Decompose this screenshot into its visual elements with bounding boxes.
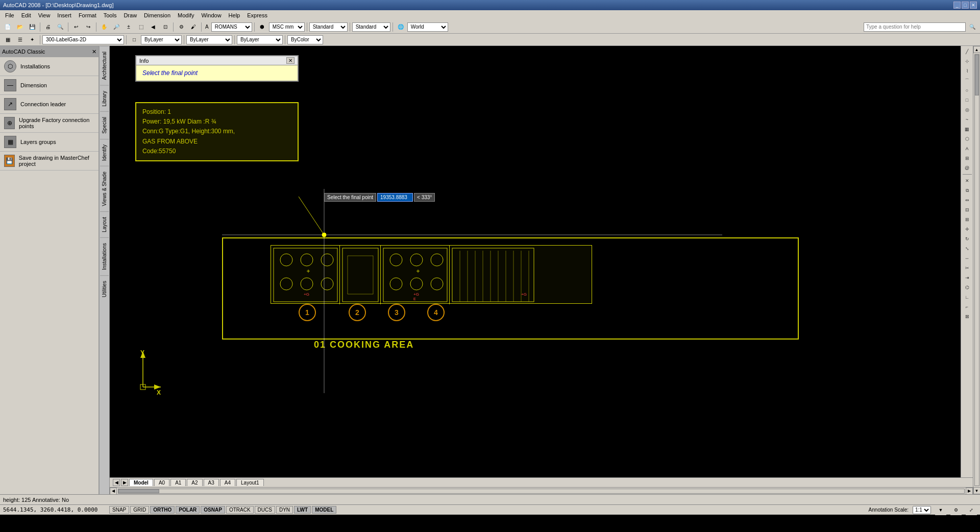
lwt-btn[interactable]: LWT [294, 506, 311, 514]
menu-dimension[interactable]: Dimension [141, 11, 174, 19]
vtab-viewsshade-item[interactable]: Views & Shade [100, 166, 109, 211]
tb-zoom-extent[interactable]: ⊡ [160, 22, 171, 32]
rt-text[interactable]: A [962, 144, 972, 153]
cleanscreen-btn[interactable]: ⤢ [966, 505, 977, 515]
tb-properties[interactable]: ⚙ [176, 22, 187, 32]
vscroll-track[interactable] [974, 54, 979, 486]
tb-preview[interactable]: 🔍 [55, 22, 66, 32]
rt-chamfer[interactable]: ∟ [962, 293, 972, 302]
rt-spline[interactable]: ~ [962, 115, 972, 124]
tb2-layers[interactable]: ▦ [2, 35, 13, 45]
workspace-selector[interactable]: World [407, 22, 448, 32]
sidebar-close[interactable]: ✕ [92, 49, 96, 55]
hscroll-left[interactable]: ◀ [110, 488, 117, 495]
tab-a3[interactable]: A3 [204, 479, 219, 486]
color-selector[interactable]: ByLayer [141, 35, 182, 44]
menu-help[interactable]: Help [226, 11, 243, 19]
unit-selector[interactable]: MSC mm [269, 22, 305, 32]
vtab-library-item[interactable]: Library [100, 85, 109, 112]
tab-layout1[interactable]: Layout1 [236, 479, 264, 486]
menu-view[interactable]: View [35, 11, 54, 19]
polar-btn[interactable]: POLAR [176, 506, 200, 514]
annotation-scale-selector[interactable]: 1:1 [913, 506, 931, 514]
rt-rect[interactable]: □ [962, 95, 972, 105]
menu-insert[interactable]: Insert [54, 11, 75, 19]
tb-matchprop[interactable]: 🖌 [188, 22, 199, 32]
menu-draw[interactable]: Draw [120, 11, 140, 19]
rt-circle[interactable]: ○ [962, 86, 972, 95]
lineweight-selector[interactable]: ByLayer [237, 35, 283, 44]
vtab-layout-item[interactable]: Layout [100, 211, 109, 237]
tab-a1[interactable]: A1 [170, 479, 186, 486]
hscrollbar[interactable]: ◀ ▶ [110, 487, 973, 494]
sidebar-item-save-drawing[interactable]: 💾 Save drawing in MasterChef project [0, 152, 99, 171]
rt-fillet[interactable]: ⌐ [962, 302, 972, 311]
rt-stretch[interactable]: ↔ [962, 254, 972, 263]
otrack-btn[interactable]: OTRACK [226, 506, 254, 514]
linetype-selector[interactable]: ByLayer [186, 35, 232, 44]
tb2-make-object-layer[interactable]: ✦ [27, 35, 38, 45]
rt-explode[interactable]: ⊠ [962, 312, 972, 321]
tb2-color-icon[interactable]: □ [129, 35, 140, 45]
hscroll-thumb[interactable] [118, 489, 159, 493]
rt-arc[interactable]: ⌒ [962, 76, 972, 85]
model-btn[interactable]: MODEL [312, 506, 336, 514]
tb-zoom-prev[interactable]: ◀ [148, 22, 159, 32]
tab-model[interactable]: Model [129, 479, 153, 486]
rt-array[interactable]: ⊞ [962, 215, 972, 224]
info-popup-close[interactable]: ✕ [286, 57, 295, 64]
tab-a2[interactable]: A2 [187, 479, 202, 486]
menu-format[interactable]: Format [76, 11, 100, 19]
tb-zoom[interactable]: 🔎 [111, 22, 122, 32]
snap-btn[interactable]: SNAP [109, 506, 129, 514]
menu-window[interactable]: Window [198, 11, 224, 19]
style2-selector[interactable]: Standard [352, 22, 390, 32]
rt-move[interactable]: ✛ [962, 225, 972, 234]
rt-copy[interactable]: ⧉ [962, 186, 972, 195]
sidebar-item-connection-leader[interactable]: ↗ Connection leader [0, 95, 99, 114]
tb-new[interactable]: 📄 [2, 22, 13, 32]
style1-selector[interactable]: Standard [309, 22, 348, 32]
vscroll-up[interactable]: ▲ [973, 46, 981, 53]
vtab-identify-item[interactable]: Identify [100, 139, 109, 166]
menu-tools[interactable]: Tools [101, 11, 120, 19]
vscroll-thumb[interactable] [975, 55, 979, 95]
rt-scale[interactable]: ⤡ [962, 244, 972, 253]
vtab-architectural-item[interactable]: Architectural [100, 46, 109, 85]
tb-unit-icon[interactable]: ⬢ [257, 22, 268, 32]
vtab-special-item[interactable]: Special [100, 111, 109, 139]
tooltip-input1[interactable]: 19353.8883 [377, 193, 413, 202]
menu-modify[interactable]: Modify [175, 11, 197, 19]
rt-rotate[interactable]: ↻ [962, 234, 972, 244]
plotstyle-selector[interactable]: ByColor [287, 35, 323, 44]
tb-undo[interactable]: ↩ [70, 22, 82, 32]
rt-break[interactable]: ⌬ [962, 283, 972, 292]
titlebar-buttons[interactable]: _ □ ✕ [953, 2, 977, 9]
grid-btn[interactable]: GRID [130, 506, 149, 514]
sidebar-item-installations[interactable]: ⬡ Installations [0, 57, 99, 76]
rt-construct[interactable]: ⊹ [962, 57, 972, 66]
tb2-layer-states[interactable]: ☰ [14, 35, 26, 45]
vtab-installations-item[interactable]: Installations [100, 237, 109, 275]
tb-plot[interactable]: 🖨 [42, 22, 54, 32]
ortho-btn[interactable]: ORTHO [150, 506, 175, 514]
workspace-btn[interactable]: ⚙ [950, 505, 962, 515]
rt-ellipse[interactable]: ◎ [962, 105, 972, 114]
rt-line[interactable]: ╱ [962, 47, 972, 56]
sidebar-item-dimension[interactable]: — Dimension [0, 76, 99, 95]
tab-a0[interactable]: A0 [154, 479, 169, 486]
rt-extend[interactable]: ⇥ [962, 273, 972, 282]
rt-offset[interactable]: ⊟ [962, 205, 972, 214]
restore-btn[interactable]: □ [962, 2, 969, 9]
hscroll-right[interactable]: ▶ [966, 488, 973, 495]
tb-pan[interactable]: ✋ [99, 22, 110, 32]
menu-file[interactable]: File [2, 11, 17, 19]
rt-hatch[interactable]: ▦ [962, 125, 972, 134]
tb-zoom-window[interactable]: ⬚ [135, 22, 146, 32]
vscroll-down[interactable]: ▼ [973, 487, 981, 494]
rt-mirror[interactable]: ⇔ [962, 196, 972, 205]
help-input[interactable] [864, 22, 966, 32]
tb-redo[interactable]: ↪ [83, 22, 94, 32]
close-btn[interactable]: ✕ [970, 2, 977, 9]
tb-workspace-icon[interactable]: 🌐 [395, 22, 406, 32]
